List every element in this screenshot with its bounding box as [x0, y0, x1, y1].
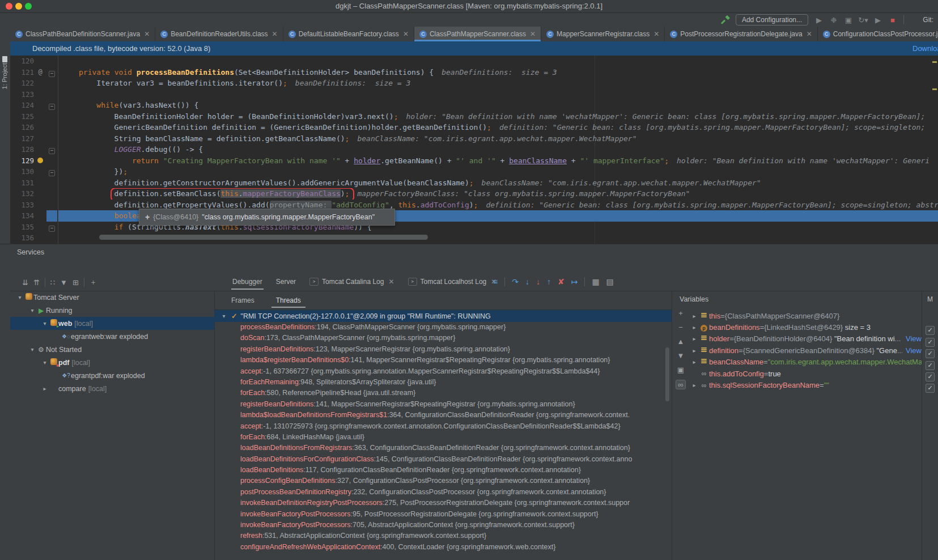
- stack-frame-row[interactable]: accept:-1, 637366727 {org.mybatis.spring…: [214, 366, 672, 377]
- tool-window-project[interactable]: 1: Project: [1, 63, 8, 89]
- view-link[interactable]: View: [906, 346, 922, 355]
- chevron-icon[interactable]: ▸: [690, 359, 699, 365]
- stop-icon[interactable]: ■: [888, 16, 898, 24]
- chevron-icon[interactable]: ▸: [690, 324, 699, 330]
- fold-marker[interactable]: −: [46, 222, 57, 233]
- close-tab-icon[interactable]: ✕: [144, 30, 150, 38]
- chevron-icon[interactable]: ▾: [16, 294, 24, 300]
- memory-checkbox[interactable]: ✓: [926, 372, 935, 381]
- stack-frame-row[interactable]: doScan:173, ClassPathMapperScanner {org.…: [214, 333, 672, 343]
- code-line[interactable]: 123: [10, 89, 938, 100]
- fold-marker[interactable]: −: [46, 166, 57, 177]
- git-label[interactable]: Git:: [923, 16, 933, 24]
- remove-watch-icon[interactable]: −: [678, 323, 683, 332]
- code-line[interactable]: 131 definition.getConstructorArgumentVal…: [10, 177, 938, 189]
- stack-frame-row[interactable]: loadBeanDefinitionsForConfigurationClass…: [214, 454, 672, 465]
- stack-frame-row[interactable]: loadBeanDefinitions:117, ConfigurationCl…: [214, 465, 672, 476]
- chevron-down-icon[interactable]: ▾: [220, 313, 228, 319]
- error-stripe-mark[interactable]: [932, 88, 937, 90]
- fold-icon[interactable]: −: [49, 226, 55, 232]
- variable-row[interactable]: ▸holder = {BeanDefinitionHolder@6404} "B…: [690, 333, 922, 345]
- filter-icon[interactable]: ▼: [60, 278, 67, 287]
- error-stripe-mark[interactable]: [932, 61, 937, 63]
- services-tab-tomcat-catalina-log[interactable]: >Tomcat Catalina Log✕: [304, 275, 400, 288]
- add-configuration-button[interactable]: Add Configuration...: [736, 14, 808, 26]
- chevron-icon[interactable]: ▾: [28, 307, 36, 313]
- variable-row[interactable]: ▸definition = {ScannedGenericBeanDefinit…: [690, 345, 922, 356]
- view-link[interactable]: View: [906, 334, 922, 343]
- stack-frame-row[interactable]: lambda$loadBeanDefinitionsFromRegistrars…: [214, 410, 672, 421]
- stack-frame-row[interactable]: processConfigBeanDefinitions:327, Config…: [214, 476, 672, 486]
- thread-row[interactable]: ▾ ✓ "RMI TCP Connection(2)-127.0.0.1"@2,…: [214, 310, 672, 322]
- stack-frame-row[interactable]: registerBeanDefinitions:123, MapperScann…: [214, 344, 672, 355]
- editor-tab[interactable]: CConfigurationClassPostProcessor.java✕: [818, 27, 938, 41]
- layout-settings-icon[interactable]: ▤: [606, 277, 614, 286]
- stack-frame-row[interactable]: invokeBeanFactoryPostProcessors:95, Post…: [214, 509, 672, 520]
- fold-marker[interactable]: −: [46, 100, 57, 111]
- expand-all-icon[interactable]: ⇊: [22, 278, 28, 287]
- fold-icon[interactable]: −: [49, 170, 55, 176]
- step-out-icon[interactable]: ↑: [547, 277, 551, 286]
- step-over-icon[interactable]: ↷: [512, 277, 519, 286]
- watches-toggle-icon[interactable]: ∞: [676, 380, 685, 389]
- close-tab-icon[interactable]: ✕: [807, 30, 812, 38]
- variable-row[interactable]: ▸beanClassName = "com.iris.egrant.app.we…: [690, 357, 922, 368]
- memory-checkbox[interactable]: ✓: [926, 361, 935, 370]
- drop-frame-icon[interactable]: ✘: [558, 277, 565, 286]
- code-line[interactable]: 120: [10, 56, 938, 67]
- expand-value-icon[interactable]: +: [145, 213, 150, 222]
- chevron-icon[interactable]: ▾: [28, 346, 36, 353]
- tree-row-pdf[interactable]: ▾■pdf [local]: [10, 356, 214, 369]
- fold-icon[interactable]: −: [49, 104, 55, 110]
- tree-row-egrantpdf:war-exploded[interactable]: ❖?egrantpdf:war exploded: [10, 369, 214, 382]
- code-line[interactable]: 129 return "Creating MapperFactoryBean w…: [10, 155, 938, 167]
- editor-tab[interactable]: CBeanDefinitionReaderUtils.class✕: [155, 27, 283, 41]
- stack-frame-row[interactable]: configureAndRefreshWebApplicationContext…: [214, 542, 672, 553]
- intention-bulb-icon[interactable]: [37, 158, 43, 163]
- chevron-icon[interactable]: ▸: [690, 336, 699, 342]
- run-to-cursor-icon[interactable]: ↦: [571, 277, 578, 286]
- tab-threads[interactable]: Threads: [275, 293, 302, 308]
- override-marker-icon[interactable]: @: [34, 67, 46, 78]
- services-tab-debugger[interactable]: Debugger: [227, 275, 268, 288]
- code-editor[interactable]: 120121@−private void processBeanDefiniti…: [10, 56, 938, 244]
- table-view-icon[interactable]: ▦: [592, 277, 599, 286]
- code-line[interactable]: 122 Iterator var3 = beanDefinitions.iter…: [10, 78, 938, 89]
- editor-tab[interactable]: CClassPathMapperScanner.class✕: [414, 27, 541, 41]
- fold-icon[interactable]: −: [49, 71, 55, 77]
- variable-row[interactable]: ▸pbeanDefinitions = {LinkedHashSet@6429}…: [690, 321, 922, 333]
- code-line[interactable]: 121@−private void processBeanDefinitions…: [10, 67, 938, 78]
- tree-row-egrantweb:war-exploded[interactable]: ❖◌egrantweb:war exploded: [10, 330, 214, 343]
- project-file-icon[interactable]: [2, 56, 7, 62]
- close-tab-icon[interactable]: ✕: [272, 30, 278, 38]
- chevron-icon[interactable]: ▸: [690, 382, 699, 388]
- tree-row-running[interactable]: ▾▶Running: [10, 304, 214, 317]
- stack-frame-row[interactable]: refresh:531, AbstractApplicationContext …: [214, 531, 672, 541]
- close-tab-icon[interactable]: ✕: [388, 278, 394, 286]
- fold-marker[interactable]: −: [46, 144, 57, 155]
- build-hammer-icon[interactable]: [721, 15, 730, 24]
- code-line[interactable]: 130− });: [10, 166, 938, 177]
- editor-tab[interactable]: CClassPathBeanDefinitionScanner.java✕: [10, 27, 155, 41]
- stack-frame-row[interactable]: processBeanDefinitions:194, ClassPathMap…: [214, 322, 672, 333]
- chevron-icon[interactable]: ▸: [690, 313, 699, 319]
- code-line[interactable]: 128− LOGGER.debug(() -> {: [10, 144, 938, 155]
- code-line[interactable]: 127 String beanClassName = definition.ge…: [10, 133, 938, 145]
- add-service-icon[interactable]: ＋: [90, 277, 97, 287]
- chevron-icon[interactable]: ▸: [41, 385, 49, 392]
- rerun-icon[interactable]: ▶: [873, 16, 883, 24]
- chevron-icon[interactable]: ▾: [41, 359, 49, 366]
- editor-tab[interactable]: CDefaultListableBeanFactory.class✕: [283, 27, 414, 41]
- stack-frame-row[interactable]: lambda$registerBeanDefinitions$0:141, Ma…: [214, 355, 672, 366]
- tree-row-tomcat-server[interactable]: ▾Tomcat Server: [10, 291, 214, 304]
- collapse-all-icon[interactable]: ⇈: [33, 278, 40, 287]
- copy-icon[interactable]: ▣: [677, 366, 684, 374]
- add-watch-icon[interactable]: +: [678, 309, 683, 317]
- close-tab-icon[interactable]: ✕: [653, 30, 659, 38]
- memory-checkbox[interactable]: ✓: [926, 349, 935, 358]
- group-icon[interactable]: ∷: [50, 278, 55, 287]
- stack-frame-row[interactable]: forEach:684, LinkedHashMap {java.util}: [214, 432, 672, 443]
- code-line[interactable]: 124− while(var3.hasNext()) {: [10, 100, 938, 111]
- new-frame-icon[interactable]: ⊞: [73, 278, 79, 287]
- code-line[interactable]: 126 GenericBeanDefinition definition = (…: [10, 122, 938, 133]
